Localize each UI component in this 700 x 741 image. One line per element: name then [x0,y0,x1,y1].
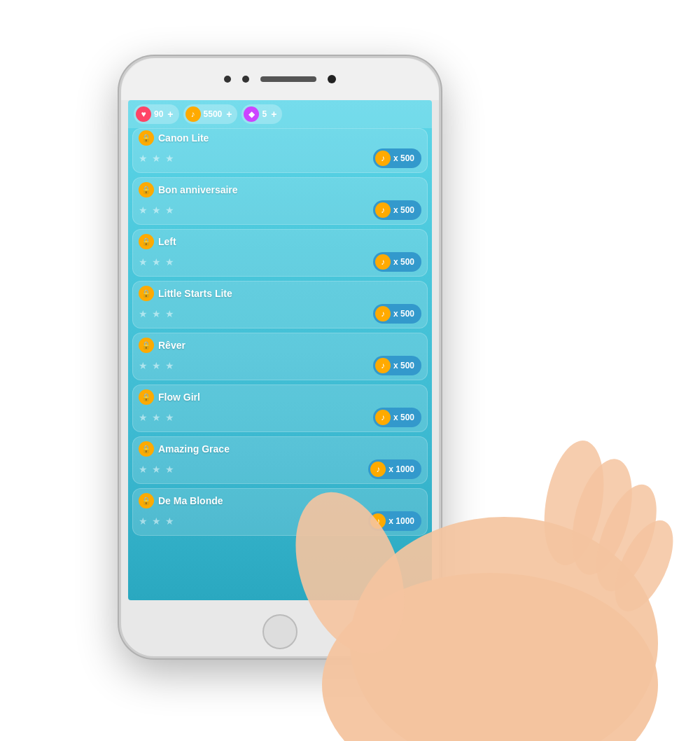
star-3: ★ [165,515,176,527]
cost-value-bon: x 500 [393,205,414,215]
svg-point-4 [561,452,643,581]
phone-side-button[interactable] [439,198,441,240]
star-1: ★ [139,256,150,268]
song-name-left: Left [158,236,176,247]
song-top-row: 🔒 Canon Lite [139,130,421,146]
scene: ♥ 90 + ♪ 5500 + ◆ 5 + [0,0,700,741]
heart-icon: ♥ [136,106,151,122]
song-bottom-row-little: ★ ★ ★ ♪ x 500 [139,304,421,324]
song-top-row-rever: 🔒 Rêver [139,338,421,353]
star-2: ★ [152,153,163,164]
stars-blonde: ★ ★ ★ [139,515,176,527]
star-3: ★ [165,464,176,475]
star-3: ★ [165,205,176,216]
phone-home-button[interactable] [262,614,298,649]
cost-music-icon: ♪ [375,254,391,270]
cost-amazing[interactable]: ♪ x 1000 [368,459,421,479]
coins-stat[interactable]: ♪ 5500 + [183,104,238,124]
song-top-row-flow: 🔒 Flow Girl [139,389,421,405]
lock-icon-flow: 🔒 [139,389,154,405]
song-name-amazing: Amazing Grace [158,443,230,455]
diamonds-value: 5 [262,109,267,119]
star-2: ★ [152,205,163,216]
star-3: ★ [165,412,176,423]
song-top-row-left: 🔒 Left [139,234,421,249]
lock-icon-bon: 🔒 [139,182,154,198]
phone-frame: ♥ 90 + ♪ 5500 + ◆ 5 + [119,56,441,658]
song-item-amazing-grace[interactable]: 🔒 Amazing Grace ★ ★ ★ ♪ x 1000 [132,436,428,484]
cost-music-icon: ♪ [375,202,391,218]
phone-speaker [260,76,316,82]
hearts-stat[interactable]: ♥ 90 + [134,104,179,124]
cost-little[interactable]: ♪ x 500 [373,304,421,324]
cost-value-flow: x 500 [393,413,414,422]
song-top-row-little: 🔒 Little Starts Lite [139,286,421,301]
cost-value-little: x 500 [393,309,414,319]
song-top-row-amazing: 🔒 Amazing Grace [139,441,421,457]
cost-value-canon-lite: x 500 [393,153,414,163]
stars-little: ★ ★ ★ [139,308,176,319]
hearts-plus[interactable]: + [167,109,173,120]
stars-left: ★ ★ ★ [139,256,176,268]
star-2: ★ [152,412,163,423]
cost-flow[interactable]: ♪ x 500 [373,408,421,427]
song-bottom-row: ★ ★ ★ ♪ x 500 [139,148,421,168]
star-3: ★ [165,153,176,164]
cost-blonde[interactable]: ♪ x 1000 [368,511,421,531]
phone-screen: ♥ 90 + ♪ 5500 + ◆ 5 + [128,100,432,600]
cost-value-rever: x 500 [393,361,414,370]
header-bar: ♥ 90 + ♪ 5500 + ◆ 5 + [128,100,432,128]
song-item-left[interactable]: 🔒 Left ★ ★ ★ ♪ x 500 [132,229,428,277]
stars-canon-lite: ★ ★ ★ [139,153,176,164]
song-item-little-starts[interactable]: 🔒 Little Starts Lite ★ ★ ★ ♪ x 500 [132,281,428,328]
star-3: ★ [165,308,176,319]
star-2: ★ [152,256,163,268]
hearts-value: 90 [154,109,163,119]
song-list: 🔒 Canon Lite ★ ★ ★ ♪ x 500 [128,128,432,536]
star-1: ★ [139,464,150,475]
cost-left[interactable]: ♪ x 500 [373,252,421,272]
cost-canon-lite[interactable]: ♪ x 500 [373,148,421,168]
cost-bon[interactable]: ♪ x 500 [373,200,421,220]
cost-music-icon: ♪ [370,513,386,529]
phone-camera [328,75,336,83]
lock-icon-canon-lite: 🔒 [139,130,154,146]
cost-music-icon: ♪ [370,462,386,477]
song-bottom-row-rever: ★ ★ ★ ♪ x 500 [139,356,421,375]
star-3: ★ [165,360,176,371]
stars-rever: ★ ★ ★ [139,360,176,371]
lock-icon-little: 🔒 [139,286,154,301]
cost-music-icon: ♪ [375,410,391,425]
song-item-rever[interactable]: 🔒 Rêver ★ ★ ★ ♪ x 500 [132,333,428,380]
song-item-de-ma-blonde[interactable]: 🔒 De Ma Blonde ★ ★ ★ ♪ x 1000 [132,488,428,536]
coins-plus[interactable]: + [226,109,232,120]
song-name-rever: Rêver [158,340,186,351]
coins-value: 5500 [204,109,223,119]
song-item-bon-anniversaire[interactable]: 🔒 Bon anniversaire ★ ★ ★ ♪ x 500 [132,177,428,225]
cost-value-amazing: x 1000 [388,464,414,474]
song-name-bon: Bon anniversaire [158,184,238,195]
stars-amazing: ★ ★ ★ [139,464,176,475]
lock-icon-rever: 🔒 [139,338,154,353]
svg-point-5 [584,477,669,599]
star-2: ★ [152,360,163,371]
song-bottom-row-left: ★ ★ ★ ♪ x 500 [139,252,421,272]
song-name-blonde: De Ma Blonde [158,495,223,506]
song-item-canon-lite[interactable]: 🔒 Canon Lite ★ ★ ★ ♪ x 500 [132,128,428,173]
song-bottom-row-bon: ★ ★ ★ ♪ x 500 [139,200,421,220]
star-1: ★ [139,412,150,423]
cost-rever[interactable]: ♪ x 500 [373,356,421,375]
lock-icon-left: 🔒 [139,234,154,249]
song-bottom-row-amazing: ★ ★ ★ ♪ x 1000 [139,459,421,479]
song-item-flow-girl[interactable]: 🔒 Flow Girl ★ ★ ★ ♪ x 500 [132,385,428,432]
song-name-flow: Flow Girl [158,392,200,403]
phone-top-bar [121,58,439,100]
diamonds-stat[interactable]: ◆ 5 + [241,104,282,124]
star-1: ★ [139,515,150,527]
phone-dot-right [242,76,249,83]
svg-point-3 [536,436,612,569]
song-top-row-bon: 🔒 Bon anniversaire [139,182,421,198]
diamonds-plus[interactable]: + [271,109,276,120]
star-2: ★ [152,308,163,319]
song-name-little: Little Starts Lite [158,288,232,299]
